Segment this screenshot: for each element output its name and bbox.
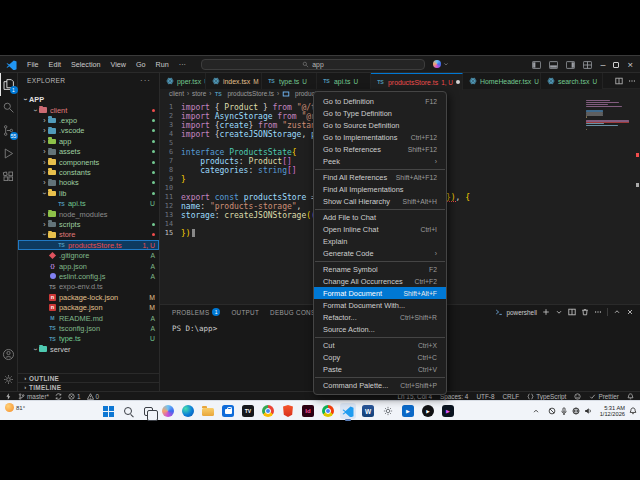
menu-item-find-all-references[interactable]: Find All ReferencesShift+Alt+F12 (314, 171, 446, 183)
taskbar-vscode-icon[interactable] (340, 403, 356, 419)
menu-item-peek[interactable]: Peek› (314, 155, 446, 167)
maximize-panel-icon[interactable] (613, 308, 621, 316)
breadcrumb-item[interactable]: productsStore.ts (227, 90, 274, 97)
menu-item-command-palette---[interactable]: Command Palette...Ctrl+Shift+P (314, 379, 446, 391)
activity-run-debug-icon[interactable] (0, 142, 18, 165)
tree-item-expo-env-d-ts[interactable]: TSexpo-env.d.ts (18, 282, 159, 292)
toggle-panel-icon[interactable] (549, 61, 558, 69)
tree-item-tsconfig-json[interactable]: TStsconfig.jsonA (18, 323, 159, 333)
menu-overflow[interactable]: ··· (174, 60, 191, 69)
tree-item-constants[interactable]: ›constants (18, 167, 159, 177)
tree-item-store[interactable]: ›store (18, 230, 159, 240)
more-actions-icon[interactable] (628, 77, 636, 85)
taskbar-taskview-icon[interactable] (140, 403, 156, 419)
taskbar-indesign-icon[interactable]: Id (300, 403, 316, 419)
tray-chevron-icon[interactable] (532, 407, 540, 415)
activity-account-icon[interactable] (0, 343, 18, 366)
close-panel-icon[interactable] (626, 308, 634, 316)
taskbar-explorer-icon[interactable] (200, 403, 216, 419)
command-center-search[interactable]: app (201, 59, 425, 70)
split-terminal-icon[interactable] (568, 308, 576, 316)
more-actions-icon[interactable]: ··· (140, 76, 151, 85)
status-sync[interactable] (55, 393, 62, 400)
taskbar-search-icon[interactable] (120, 403, 136, 419)
tab-search-tsx[interactable]: search.tsxU (541, 73, 603, 89)
copilot-button[interactable] (433, 60, 449, 68)
tree-item-package-json[interactable]: npackage.jsonM (18, 302, 159, 312)
activity-explorer-icon[interactable]: 1 (0, 73, 18, 96)
tree-item-components[interactable]: ›components (18, 157, 159, 167)
menu-item-copy[interactable]: CopyCtrl+C (314, 351, 446, 363)
taskbar-tv-icon[interactable]: TV (240, 403, 256, 419)
minimize-button[interactable]: – (600, 62, 605, 68)
tree-item-scripts[interactable]: ›scripts (18, 219, 159, 229)
menu-item-cut[interactable]: CutCtrl+X (314, 339, 446, 351)
activity-settings-icon[interactable] (0, 368, 18, 391)
menu-selection[interactable]: Selection (66, 60, 106, 69)
tree-item-eslint-config-js[interactable]: eslint.config.jsA (18, 271, 159, 281)
toggle-sidebar-icon[interactable] (532, 61, 541, 69)
menu-edit[interactable]: Edit (44, 60, 66, 69)
section-app[interactable]: › APP (18, 94, 159, 104)
taskbar-word-icon[interactable]: W (360, 403, 376, 419)
taskbar-chrome-icon[interactable] (260, 403, 276, 419)
breadcrumb-item[interactable]: client (169, 90, 184, 97)
tree-item-productsstore-ts[interactable]: TSproductsStore.ts1, U (18, 240, 159, 250)
menu-item-go-to-type-definition[interactable]: Go to Type Definition (314, 107, 446, 119)
menu-item-refactor---[interactable]: Refactor...Ctrl+Shift+R (314, 311, 446, 323)
sidebar-section-outline[interactable]: ›OUTLINE (18, 373, 159, 382)
shell-selector[interactable]: powershell (495, 308, 537, 316)
customize-layout-icon[interactable] (583, 61, 592, 69)
menu-item-rename-symbol[interactable]: Rename SymbolF2 (314, 263, 446, 275)
menu-item-paste[interactable]: PasteCtrl+V (314, 363, 446, 375)
weather-widget[interactable]: 81° (5, 403, 25, 412)
tree-item-readme-md[interactable]: MREADME.mdA (18, 313, 159, 323)
menu-item-open-inline-chat[interactable]: Open Inline ChatCtrl+I (314, 223, 446, 235)
status-warning[interactable]: 0 (87, 393, 100, 400)
tray-network-icon[interactable] (572, 407, 580, 415)
tab-index-tsx[interactable]: index.tsxM (206, 73, 262, 89)
menu-item-go-to-references[interactable]: Go to ReferencesShift+F12 (314, 143, 446, 155)
taskbar-chrome-dev-icon[interactable] (320, 403, 336, 419)
activity-extensions-icon[interactable] (0, 165, 18, 188)
menu-item-generate-code[interactable]: Generate Code› (314, 247, 446, 259)
status-typescript[interactable]: TypeScript (527, 393, 566, 400)
maximize-button[interactable] (613, 62, 619, 68)
status-crlf[interactable]: CRLF (502, 393, 519, 400)
menu-item-find-all-implementations[interactable]: Find All Implementations (314, 183, 446, 195)
taskbar-start-icon[interactable] (100, 403, 116, 419)
tab-api-ts[interactable]: TSapi.tsU (317, 73, 371, 89)
tree-item-client[interactable]: ›client (18, 105, 159, 115)
tree-item-api-ts[interactable]: TSapi.tsU (18, 199, 159, 209)
tree-item-app-json[interactable]: {}app.jsonA (18, 261, 159, 271)
tree-item--gitignore[interactable]: .gitignoreA (18, 250, 159, 260)
kill-terminal-icon[interactable] (581, 308, 589, 316)
menu-item-source-action---[interactable]: Source Action... (314, 323, 446, 335)
menu-item-explain[interactable]: Explain (314, 235, 446, 247)
new-terminal-icon[interactable] (542, 308, 550, 316)
tray-dnd-icon[interactable] (548, 407, 556, 415)
menu-item-format-document[interactable]: Format DocumentShift+Alt+F (314, 287, 446, 299)
status-remote[interactable] (5, 393, 12, 400)
panel-tab-output[interactable]: OUTPUT (231, 305, 259, 319)
menu-item-go-to-source-definition[interactable]: Go to Source Definition (314, 119, 446, 131)
sidebar-section-timeline[interactable]: ›TIMELINE (18, 382, 159, 391)
tree-item-package-lock-json[interactable]: npackage-lock.jsonM (18, 292, 159, 302)
taskbar-store-icon[interactable] (220, 403, 236, 419)
taskbar-copilot-icon[interactable] (160, 403, 176, 419)
tree-item-node-modules[interactable]: ›node_modules (18, 209, 159, 219)
activity-source-control-icon[interactable]: 55 (0, 119, 18, 142)
menu-view[interactable]: View (106, 60, 131, 69)
menu-go[interactable]: Go (131, 60, 151, 69)
tree-item-type-ts[interactable]: TStype.tsU (18, 334, 159, 344)
tab-type-ts[interactable]: TStype.tsU (262, 73, 317, 89)
taskbar-clock[interactable]: 5:31 AM1/12/2026 (600, 405, 625, 417)
menu-item-add-file-to-chat[interactable]: Add File to Chat (314, 211, 446, 223)
status-feedback[interactable] (574, 393, 581, 400)
menu-item-go-to-implementations[interactable]: Go to ImplementationsCtrl+F12 (314, 131, 446, 143)
menu-item-change-all-occurrences[interactable]: Change All OccurrencesCtrl+F2 (314, 275, 446, 287)
panel-tab-problems[interactable]: PROBLEMS1 (172, 305, 220, 319)
menu-item-format-document-with---[interactable]: Format Document With... (314, 299, 446, 311)
status-branch[interactable]: master* (18, 393, 49, 400)
toggle-secondary-sidebar-icon[interactable] (566, 61, 575, 69)
